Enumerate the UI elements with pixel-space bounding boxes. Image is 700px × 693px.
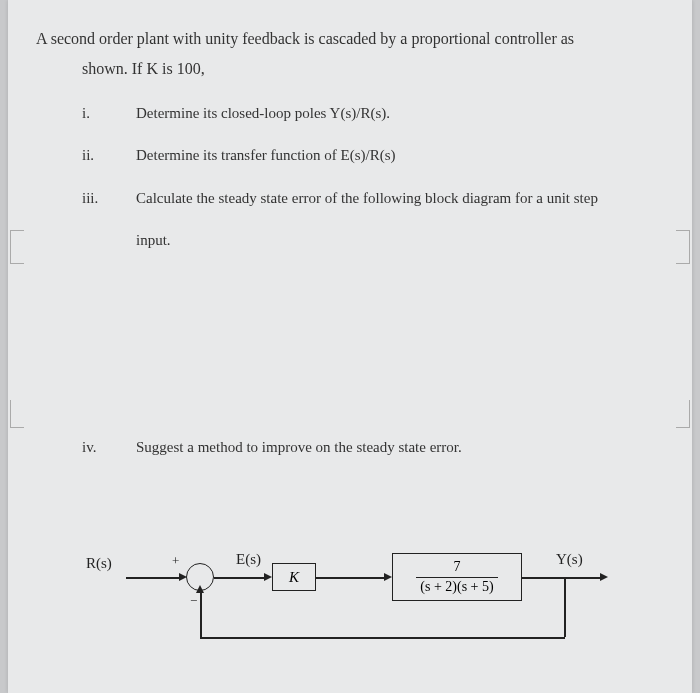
item-number: i. <box>82 99 136 128</box>
wire <box>316 577 386 579</box>
item-number: ii. <box>82 141 136 170</box>
item-text: Suggest a method to improve on the stead… <box>136 433 660 462</box>
item-iii: iii. Calculate the steady state error of… <box>82 184 660 213</box>
controller-block: K <box>272 563 316 591</box>
item-text: input. <box>136 226 660 255</box>
wire <box>200 637 565 639</box>
problem-intro: A second order plant with unity feedback… <box>36 24 660 85</box>
spacer <box>36 269 660 419</box>
page: A second order plant with unity feedback… <box>8 0 692 693</box>
item-i: i. Determine its closed-loop poles Y(s)/… <box>82 99 660 128</box>
item-ii: ii. Determine its transfer function of E… <box>82 141 660 170</box>
label-R: R(s) <box>86 555 112 572</box>
crop-mark-left <box>10 230 24 264</box>
plant-block: 7 (s + 2)(s + 5) <box>392 553 522 601</box>
spacer <box>36 475 660 535</box>
item-iii-cont: input. <box>82 226 660 255</box>
arrow-head-icon <box>384 573 392 581</box>
wire <box>200 591 202 638</box>
crop-mark-left-2 <box>10 400 24 428</box>
plant-numerator: 7 <box>450 559 465 577</box>
items-list: i. Determine its closed-loop poles Y(s)/… <box>82 99 660 255</box>
minus-sign: − <box>190 593 197 609</box>
label-K: K <box>289 569 299 586</box>
items-list-2: iv. Suggest a method to improve on the s… <box>82 433 660 462</box>
crop-mark-right-2 <box>676 400 690 428</box>
arrow-head-icon <box>196 585 204 593</box>
item-iv: iv. Suggest a method to improve on the s… <box>82 433 660 462</box>
item-text: Calculate the steady state error of the … <box>136 184 660 213</box>
item-text: Determine its closed-loop poles Y(s)/R(s… <box>136 99 660 128</box>
label-E: E(s) <box>236 551 261 568</box>
item-number: iv. <box>82 433 136 462</box>
label-Y: Y(s) <box>556 551 583 568</box>
block-diagram: R(s) + − E(s) K 7 (s + 2)(s + 5) Y(s) <box>86 545 646 685</box>
arrow-head-icon <box>600 573 608 581</box>
intro-line1: A second order plant with unity feedback… <box>36 30 574 47</box>
arrow-head-icon <box>264 573 272 581</box>
item-text: Determine its transfer function of E(s)/… <box>136 141 660 170</box>
wire <box>564 577 566 637</box>
wire <box>214 577 266 579</box>
plant-denominator: (s + 2)(s + 5) <box>416 577 497 596</box>
wire <box>126 577 181 579</box>
intro-line2: shown. If K is 100, <box>82 60 205 77</box>
plus-sign: + <box>172 553 179 569</box>
plant-fraction: 7 (s + 2)(s + 5) <box>416 559 497 596</box>
crop-mark-right <box>676 230 690 264</box>
item-number: iii. <box>82 184 136 213</box>
